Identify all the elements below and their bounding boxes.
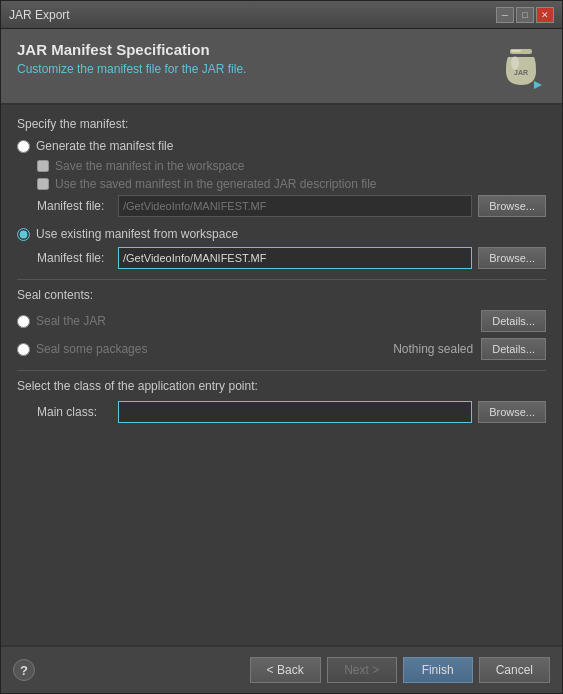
main-class-label: Main class: bbox=[37, 405, 112, 419]
existing-manifest-file-label: Manifest file: bbox=[37, 251, 112, 265]
use-existing-radio[interactable] bbox=[17, 228, 30, 241]
seal-jar-details-button[interactable]: Details... bbox=[481, 310, 546, 332]
main-class-input[interactable] bbox=[118, 401, 472, 423]
title-bar-text: JAR Export bbox=[9, 8, 496, 22]
use-existing-radio-item: Use existing manifest from workspace bbox=[17, 227, 546, 241]
seal-some-left: Seal some packages bbox=[17, 342, 147, 356]
content-area: Specify the manifest: Generate the manif… bbox=[1, 105, 562, 645]
generate-manifest-file-input[interactable] bbox=[118, 195, 472, 217]
title-bar-buttons: ─ □ ✕ bbox=[496, 7, 554, 23]
seal-some-label: Seal some packages bbox=[36, 342, 147, 356]
use-saved-label: Use the saved manifest in the generated … bbox=[55, 177, 377, 191]
main-class-browse-button[interactable]: Browse... bbox=[478, 401, 546, 423]
seal-some-details-button[interactable]: Details... bbox=[481, 338, 546, 360]
generate-manifest-radio-item: Generate the manifest file bbox=[17, 139, 546, 153]
finish-button[interactable]: Finish bbox=[403, 657, 473, 683]
maximize-button[interactable]: □ bbox=[516, 7, 534, 23]
existing-manifest-browse-button[interactable]: Browse... bbox=[478, 247, 546, 269]
save-workspace-label: Save the manifest in the workspace bbox=[55, 159, 244, 173]
seal-jar-radio[interactable] bbox=[17, 315, 30, 328]
generate-manifest-radio[interactable] bbox=[17, 140, 30, 153]
use-saved-checkbox-item: Use the saved manifest in the generated … bbox=[37, 177, 546, 191]
header-subtitle: Customize the manifest file for the JAR … bbox=[17, 62, 496, 76]
footer-buttons: < Back Next > Finish Cancel bbox=[250, 657, 550, 683]
footer: ? < Back Next > Finish Cancel bbox=[1, 645, 562, 693]
jar-icon: JAR bbox=[496, 41, 546, 91]
generate-manifest-browse-button[interactable]: Browse... bbox=[478, 195, 546, 217]
main-class-row: Main class: Browse... bbox=[37, 401, 546, 423]
jar-export-window: JAR Export ─ □ ✕ JAR Manifest Specificat… bbox=[0, 0, 563, 694]
minimize-button[interactable]: ─ bbox=[496, 7, 514, 23]
title-bar: JAR Export ─ □ ✕ bbox=[1, 1, 562, 29]
back-button[interactable]: < Back bbox=[250, 657, 321, 683]
seal-jar-right: Details... bbox=[481, 310, 546, 332]
generate-manifest-file-label: Manifest file: bbox=[37, 199, 112, 213]
next-button[interactable]: Next > bbox=[327, 657, 397, 683]
use-existing-label: Use existing manifest from workspace bbox=[36, 227, 238, 241]
existing-manifest-file-row: Manifest file: Browse... bbox=[37, 247, 546, 269]
seal-section: Seal the JAR Details... Seal some packag… bbox=[17, 310, 546, 360]
cancel-button[interactable]: Cancel bbox=[479, 657, 550, 683]
specify-manifest-label: Specify the manifest: bbox=[17, 117, 546, 131]
save-workspace-checkbox[interactable] bbox=[37, 160, 49, 172]
use-saved-checkbox[interactable] bbox=[37, 178, 49, 190]
seal-jar-left: Seal the JAR bbox=[17, 314, 106, 328]
seal-jar-label: Seal the JAR bbox=[36, 314, 106, 328]
seal-some-radio[interactable] bbox=[17, 343, 30, 356]
generate-manifest-file-row: Manifest file: Browse... bbox=[37, 195, 546, 217]
svg-rect-2 bbox=[511, 50, 521, 52]
header-text: JAR Manifest Specification Customize the… bbox=[17, 41, 496, 76]
seal-some-row: Seal some packages Nothing sealed Detail… bbox=[17, 338, 546, 360]
header-section: JAR Manifest Specification Customize the… bbox=[1, 29, 562, 105]
seal-jar-row: Seal the JAR Details... bbox=[17, 310, 546, 332]
entry-point-label: Select the class of the application entr… bbox=[17, 379, 546, 393]
svg-marker-4 bbox=[534, 81, 542, 89]
divider-1 bbox=[17, 279, 546, 280]
seal-contents-label: Seal contents: bbox=[17, 288, 546, 302]
existing-manifest-file-input[interactable] bbox=[118, 247, 472, 269]
svg-text:JAR: JAR bbox=[514, 69, 528, 76]
generate-manifest-label: Generate the manifest file bbox=[36, 139, 173, 153]
help-button[interactable]: ? bbox=[13, 659, 35, 681]
nothing-sealed-text: Nothing sealed bbox=[393, 342, 473, 356]
close-button[interactable]: ✕ bbox=[536, 7, 554, 23]
divider-2 bbox=[17, 370, 546, 371]
save-workspace-checkbox-item: Save the manifest in the workspace bbox=[37, 159, 546, 173]
svg-point-1 bbox=[511, 56, 519, 70]
seal-some-right: Nothing sealed Details... bbox=[393, 338, 546, 360]
header-title: JAR Manifest Specification bbox=[17, 41, 496, 58]
